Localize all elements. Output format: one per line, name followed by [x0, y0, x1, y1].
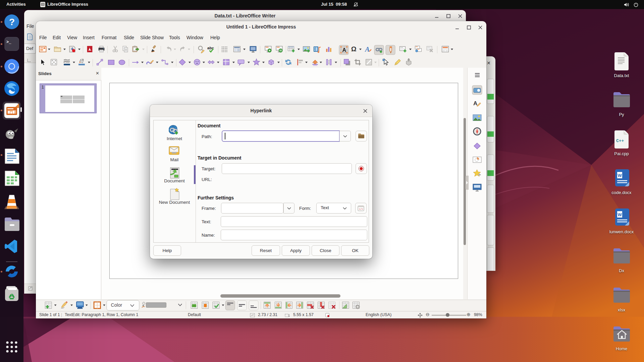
svg-text:♻: ♻ — [10, 293, 14, 298]
svg-text:New Document: New Document — [159, 200, 190, 205]
svg-text:Color: Color — [111, 302, 122, 308]
svg-text:?: ? — [9, 17, 15, 27]
svg-text:>_: >_ — [6, 40, 11, 45]
svg-text:Document: Document — [164, 178, 185, 183]
svg-text:Mail: Mail — [170, 157, 179, 162]
svg-text:A: A — [473, 100, 477, 107]
svg-text:Internet: Internet — [167, 136, 182, 141]
svg-text:C++: C++ — [616, 138, 624, 143]
svg-text:</>: </> — [359, 208, 363, 210]
